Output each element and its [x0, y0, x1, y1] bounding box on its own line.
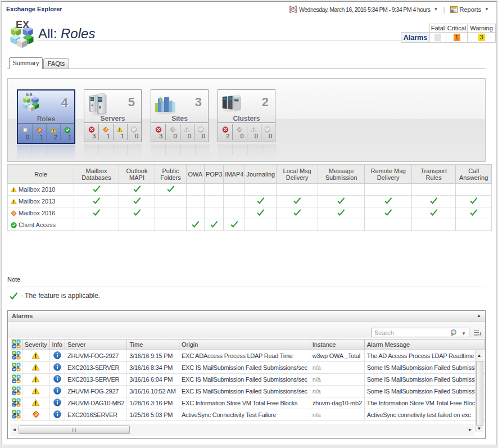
svg-text:EX: EX	[16, 20, 29, 30]
svg-text:EX: EX	[13, 342, 20, 347]
svg-text:EX: EX	[13, 353, 20, 359]
svg-text:EX: EX	[26, 92, 33, 97]
svg-text:EX: EX	[13, 377, 20, 382]
svg-text:EX: EX	[13, 365, 20, 370]
svg-text:EX: EX	[13, 412, 20, 418]
svg-text:EX: EX	[13, 388, 20, 394]
svg-text:EX: EX	[13, 400, 20, 406]
